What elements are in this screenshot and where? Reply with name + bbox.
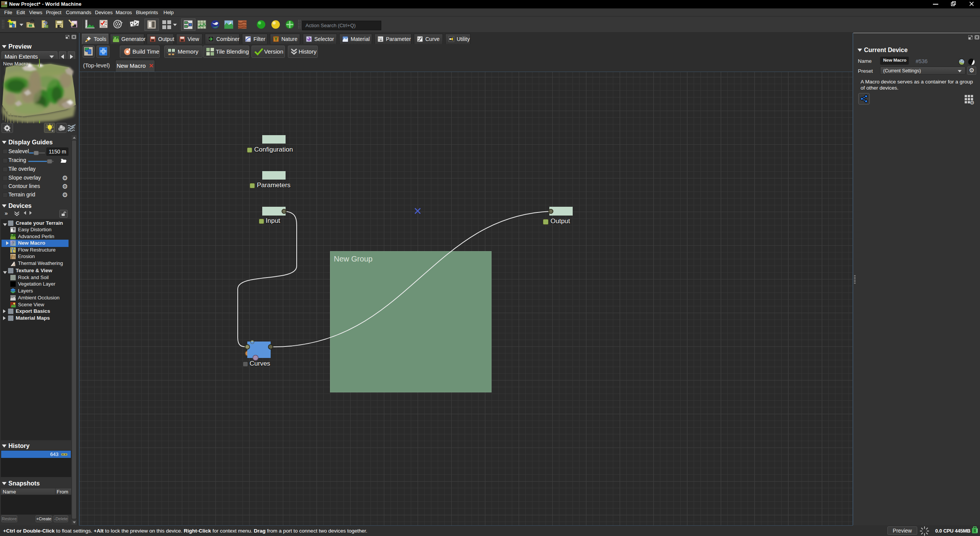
svg-text:?: ? xyxy=(12,241,14,245)
svg-text:?: ? xyxy=(43,20,47,28)
svg-text:New Macro: New Macro xyxy=(3,61,28,67)
svg-text:0.4: 0.4 xyxy=(379,37,382,39)
svg-text:⚙: ⚙ xyxy=(970,100,974,105)
